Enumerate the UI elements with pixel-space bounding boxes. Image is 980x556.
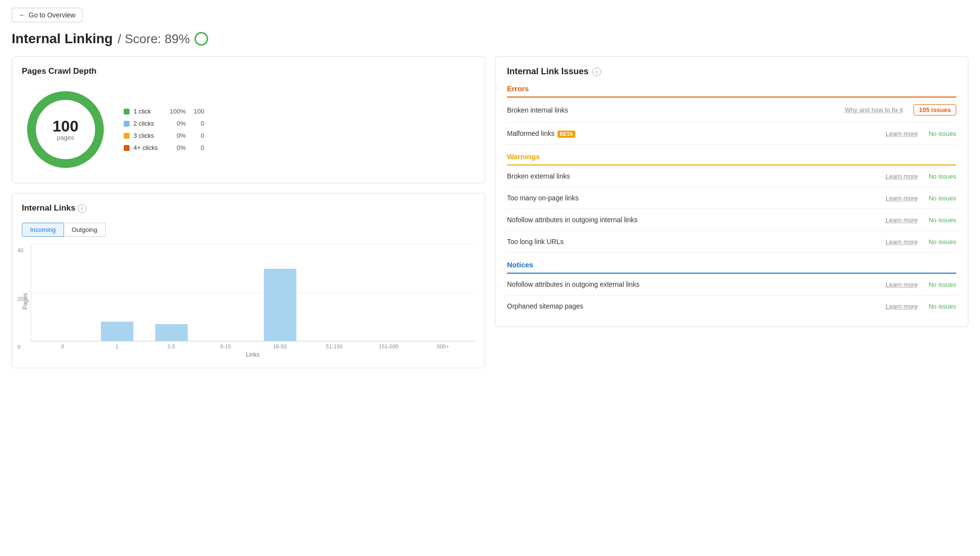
legend-dot bbox=[124, 145, 130, 151]
issue-link[interactable]: Learn more bbox=[879, 216, 918, 224]
tab-outgoing[interactable]: Outgoing bbox=[64, 223, 106, 237]
arrow-left-icon: ← bbox=[19, 11, 26, 19]
issue-row: Malformed linksBETALearn moreNo issues bbox=[507, 123, 956, 145]
y-tick-20: 20 bbox=[17, 296, 23, 302]
legend-pct: 0% bbox=[166, 120, 186, 127]
issue-count: No issues bbox=[929, 216, 956, 224]
x-label: 51-150 bbox=[307, 343, 361, 349]
donut-label: pages bbox=[52, 134, 78, 141]
issue-link[interactable]: Why and how to fix it bbox=[845, 106, 903, 114]
issue-link[interactable]: Learn more bbox=[879, 130, 918, 137]
go-to-overview-button[interactable]: ← Go to Overview bbox=[12, 8, 82, 22]
issue-row: Too long link URLsLearn moreNo issues bbox=[507, 231, 956, 253]
legend-dot bbox=[124, 109, 130, 114]
legend-count: 0 bbox=[190, 132, 204, 139]
legend-count: 0 bbox=[190, 120, 204, 127]
issues-container: ErrorsBroken internal linksWhy and how t… bbox=[507, 84, 956, 317]
bar-group bbox=[307, 245, 361, 341]
issue-name: Too long link URLs bbox=[507, 238, 874, 245]
legend-name: 1 click bbox=[133, 108, 163, 115]
x-label: 2-5 bbox=[144, 343, 198, 349]
issue-link[interactable]: Learn more bbox=[879, 173, 918, 180]
issue-count: No issues bbox=[929, 130, 956, 137]
issue-count: No issues bbox=[929, 195, 956, 202]
legend-item: 4+ clicks 0% 0 bbox=[124, 144, 204, 151]
issue-link[interactable]: Learn more bbox=[879, 195, 918, 202]
crawl-depth-content: 100 pages 1 click 100% 100 2 clicks 0% 0… bbox=[22, 86, 475, 173]
x-labels: 012-56-1516-5051-150151-500500+ bbox=[31, 342, 475, 349]
legend-count: 0 bbox=[190, 144, 204, 151]
bar bbox=[101, 322, 133, 341]
crawl-depth-card: Pages Crawl Depth 100 pages bbox=[12, 56, 485, 183]
page-title: Internal Linking / Score: 89% bbox=[12, 31, 968, 47]
issue-name: Nofollow attributes in outgoing internal… bbox=[507, 216, 874, 224]
y-tick-0: 0 bbox=[17, 344, 20, 350]
internal-links-info-icon[interactable]: i bbox=[78, 204, 86, 213]
bar-group bbox=[361, 245, 416, 341]
issue-name: Too many on-page links bbox=[507, 194, 874, 202]
legend-dot bbox=[124, 133, 130, 139]
legend-pct: 0% bbox=[166, 144, 186, 151]
section-header-errors: Errors bbox=[507, 84, 956, 98]
issues-info-icon[interactable]: i bbox=[592, 67, 601, 76]
legend-item: 3 clicks 0% 0 bbox=[124, 132, 204, 139]
y-tick-40: 40 bbox=[17, 247, 23, 253]
issue-count: No issues bbox=[929, 173, 956, 180]
issue-row: Broken internal linksWhy and how to fix … bbox=[507, 98, 956, 123]
legend-name: 3 clicks bbox=[133, 132, 163, 139]
score-text: / Score: 89% bbox=[117, 32, 190, 47]
issues-card: Internal Link Issues i ErrorsBroken inte… bbox=[495, 56, 968, 327]
internal-links-card: Internal Links i Incoming Outgoing Pages… bbox=[12, 193, 485, 368]
issues-card-title: Internal Link Issues i bbox=[507, 66, 956, 77]
issue-link[interactable]: Learn more bbox=[879, 281, 918, 288]
go-to-overview-label: Go to Overview bbox=[29, 11, 75, 19]
x-label: 0 bbox=[35, 343, 90, 349]
issue-name: Malformed linksBETA bbox=[507, 130, 874, 137]
title-text: Internal Linking bbox=[12, 31, 113, 47]
issue-link[interactable]: Learn more bbox=[879, 238, 918, 245]
issue-row: Nofollow attributes in outgoing internal… bbox=[507, 209, 956, 231]
issue-row: Orphaned sitemap pagesLearn moreNo issue… bbox=[507, 295, 956, 317]
bar-group bbox=[145, 245, 199, 341]
issue-name: Broken external links bbox=[507, 172, 874, 180]
left-column: Pages Crawl Depth 100 pages bbox=[12, 56, 485, 368]
score-circle-icon bbox=[195, 32, 208, 46]
issue-count: No issues bbox=[929, 238, 956, 245]
bar-chart-grid: 20 40 0 bbox=[31, 245, 475, 342]
legend-name: 2 clicks bbox=[133, 120, 163, 127]
issue-count[interactable]: 105 issues bbox=[914, 104, 956, 115]
bar-group bbox=[253, 245, 308, 341]
bar-group bbox=[416, 245, 470, 341]
x-label: 16-50 bbox=[253, 343, 307, 349]
legend-item: 1 click 100% 100 bbox=[124, 108, 204, 115]
issue-row: Too many on-page linksLearn moreNo issue… bbox=[507, 187, 956, 209]
beta-badge: BETA bbox=[557, 131, 575, 138]
donut-center: 100 pages bbox=[52, 118, 78, 141]
legend-name: 4+ clicks bbox=[133, 144, 163, 151]
issue-row: Broken external linksLearn moreNo issues bbox=[507, 165, 956, 187]
issue-row: Nofollow attributes in outgoing external… bbox=[507, 274, 956, 295]
section-header-warnings: Warnings bbox=[507, 152, 956, 165]
issue-link[interactable]: Learn more bbox=[879, 303, 918, 310]
x-label: 500+ bbox=[416, 343, 470, 349]
internal-links-title: Internal Links i bbox=[22, 203, 475, 213]
x-axis-title: Links bbox=[31, 351, 475, 358]
issue-name: Broken internal links bbox=[507, 106, 840, 114]
legend-pct: 100% bbox=[166, 108, 186, 115]
bar bbox=[264, 269, 296, 341]
tab-incoming[interactable]: Incoming bbox=[22, 223, 64, 237]
crawl-depth-title: Pages Crawl Depth bbox=[22, 66, 475, 76]
legend-count: 100 bbox=[190, 108, 204, 115]
tab-bar: Incoming Outgoing bbox=[22, 223, 475, 237]
legend-dot bbox=[124, 121, 130, 127]
bar-group bbox=[36, 245, 90, 341]
section-header-notices: Notices bbox=[507, 261, 956, 274]
bars-row bbox=[36, 245, 470, 341]
x-label: 6-15 bbox=[198, 343, 253, 349]
bar-chart-area: 20 40 0 bbox=[31, 245, 475, 358]
bar-group bbox=[199, 245, 253, 341]
bar bbox=[155, 324, 188, 341]
legend-pct: 0% bbox=[166, 132, 186, 139]
bar-chart-wrapper: Pages 20 40 0 bbox=[22, 245, 475, 358]
crawl-depth-legend: 1 click 100% 100 2 clicks 0% 0 3 clicks … bbox=[124, 108, 204, 151]
